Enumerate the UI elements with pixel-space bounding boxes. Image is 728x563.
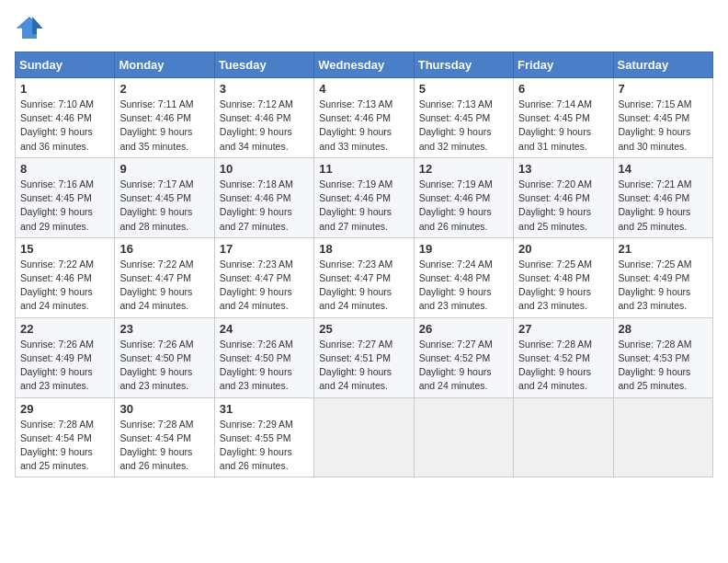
day-info: Sunrise: 7:19 AM Sunset: 4:46 PM Dayligh… [319,178,408,234]
day-number: 22 [20,322,109,336]
sunset-label: Sunset: 4:54 PM [20,432,92,443]
day-info: Sunrise: 7:28 AM Sunset: 4:53 PM Dayligh… [619,338,708,394]
calendar-cell: 25 Sunrise: 7:27 AM Sunset: 4:51 PM Dayl… [314,317,414,397]
day-info: Sunrise: 7:24 AM Sunset: 4:48 PM Dayligh… [419,258,508,314]
day-number: 15 [20,242,109,256]
daylight-label: Daylight: 9 hours and 27 minutes. [319,206,392,231]
sunset-label: Sunset: 4:54 PM [119,432,191,443]
day-info: Sunrise: 7:11 AM Sunset: 4:46 PM Dayligh… [119,98,209,154]
sunset-label: Sunset: 4:46 PM [220,192,291,203]
daylight-label: Daylight: 9 hours and 24 minutes. [419,366,492,391]
day-number: 2 [119,82,209,96]
day-number: 30 [119,402,209,416]
sunset-label: Sunset: 4:45 PM [419,112,491,123]
calendar-cell: 26 Sunrise: 7:27 AM Sunset: 4:52 PM Dayl… [414,317,513,397]
sunset-label: Sunset: 4:45 PM [518,112,590,123]
day-info: Sunrise: 7:22 AM Sunset: 4:46 PM Dayligh… [20,258,109,314]
sunset-label: Sunset: 4:52 PM [518,352,590,363]
day-number: 20 [518,242,608,256]
day-info: Sunrise: 7:13 AM Sunset: 4:46 PM Dayligh… [319,98,408,154]
sunrise-label: Sunrise: 7:14 AM [518,98,592,109]
sunset-label: Sunset: 4:45 PM [20,192,92,203]
day-info: Sunrise: 7:20 AM Sunset: 4:46 PM Dayligh… [518,178,608,234]
sunset-label: Sunset: 4:47 PM [319,272,391,283]
day-info: Sunrise: 7:16 AM Sunset: 4:45 PM Dayligh… [20,178,109,234]
daylight-label: Daylight: 9 hours and 26 minutes. [419,206,492,231]
sunrise-label: Sunrise: 7:11 AM [119,98,193,109]
calendar-cell [613,397,712,477]
sunset-label: Sunset: 4:49 PM [20,352,92,363]
sunrise-label: Sunrise: 7:28 AM [20,419,94,430]
col-header-tuesday: Tuesday [214,52,313,78]
day-info: Sunrise: 7:21 AM Sunset: 4:46 PM Dayligh… [619,178,708,234]
calendar-cell: 12 Sunrise: 7:19 AM Sunset: 4:46 PM Dayl… [414,157,513,237]
day-info: Sunrise: 7:27 AM Sunset: 4:51 PM Dayligh… [319,338,408,394]
day-number: 4 [319,82,408,96]
sunset-label: Sunset: 4:47 PM [119,272,191,283]
day-number: 31 [220,402,309,416]
day-number: 3 [220,82,309,96]
calendar-cell: 20 Sunrise: 7:25 AM Sunset: 4:48 PM Dayl… [514,237,613,317]
calendar-cell: 11 Sunrise: 7:19 AM Sunset: 4:46 PM Dayl… [314,157,414,237]
day-number: 27 [518,322,608,336]
daylight-label: Daylight: 9 hours and 23 minutes. [419,286,492,311]
day-info: Sunrise: 7:13 AM Sunset: 4:45 PM Dayligh… [419,98,508,154]
calendar-cell: 29 Sunrise: 7:28 AM Sunset: 4:54 PM Dayl… [16,397,115,477]
sunset-label: Sunset: 4:50 PM [220,352,291,363]
day-number: 25 [319,322,408,336]
day-info: Sunrise: 7:10 AM Sunset: 4:46 PM Dayligh… [20,98,109,154]
day-number: 5 [419,82,508,96]
calendar-cell: 6 Sunrise: 7:14 AM Sunset: 4:45 PM Dayli… [514,78,613,158]
sunset-label: Sunset: 4:46 PM [20,112,92,123]
sunset-label: Sunset: 4:49 PM [619,272,690,283]
calendar-cell: 15 Sunrise: 7:22 AM Sunset: 4:46 PM Dayl… [16,237,115,317]
calendar-cell [514,397,613,477]
sunset-label: Sunset: 4:45 PM [619,112,690,123]
logo-icon [15,15,44,40]
sunrise-label: Sunrise: 7:26 AM [20,339,94,350]
sunset-label: Sunset: 4:46 PM [119,112,191,123]
sunrise-label: Sunrise: 7:17 AM [119,178,193,190]
daylight-label: Daylight: 9 hours and 23 minutes. [220,366,292,391]
day-number: 23 [119,322,209,336]
day-info: Sunrise: 7:25 AM Sunset: 4:49 PM Dayligh… [619,258,708,314]
daylight-label: Daylight: 9 hours and 23 minutes. [20,366,93,391]
sunrise-label: Sunrise: 7:25 AM [518,259,592,270]
daylight-label: Daylight: 9 hours and 34 minutes. [220,126,292,151]
day-info: Sunrise: 7:27 AM Sunset: 4:52 PM Dayligh… [419,338,508,394]
sunrise-label: Sunrise: 7:19 AM [319,178,392,190]
col-header-thursday: Thursday [414,52,513,78]
sunrise-label: Sunrise: 7:13 AM [419,98,493,109]
calendar-cell: 13 Sunrise: 7:20 AM Sunset: 4:46 PM Dayl… [514,157,613,237]
daylight-label: Daylight: 9 hours and 23 minutes. [619,286,691,311]
sunrise-label: Sunrise: 7:24 AM [419,259,493,270]
calendar-cell: 30 Sunrise: 7:28 AM Sunset: 4:54 PM Dayl… [115,397,214,477]
day-info: Sunrise: 7:28 AM Sunset: 4:52 PM Dayligh… [518,338,608,394]
calendar-cell: 2 Sunrise: 7:11 AM Sunset: 4:46 PM Dayli… [115,78,214,158]
day-info: Sunrise: 7:14 AM Sunset: 4:45 PM Dayligh… [518,98,608,154]
day-number: 17 [220,242,309,256]
day-number: 14 [619,162,708,176]
sunrise-label: Sunrise: 7:26 AM [220,339,293,350]
calendar-cell: 4 Sunrise: 7:13 AM Sunset: 4:46 PM Dayli… [314,78,414,158]
logo [15,15,48,40]
daylight-label: Daylight: 9 hours and 25 minutes. [619,366,691,391]
sunrise-label: Sunrise: 7:28 AM [518,339,592,350]
sunset-label: Sunset: 4:46 PM [20,272,92,283]
day-info: Sunrise: 7:12 AM Sunset: 4:46 PM Dayligh… [220,98,309,154]
daylight-label: Daylight: 9 hours and 28 minutes. [119,206,192,231]
calendar-cell [314,397,414,477]
sunrise-label: Sunrise: 7:29 AM [220,419,293,430]
day-info: Sunrise: 7:26 AM Sunset: 4:50 PM Dayligh… [119,338,209,394]
sunset-label: Sunset: 4:53 PM [619,352,690,363]
calendar-cell: 9 Sunrise: 7:17 AM Sunset: 4:45 PM Dayli… [115,157,214,237]
daylight-label: Daylight: 9 hours and 23 minutes. [518,286,591,311]
sunrise-label: Sunrise: 7:23 AM [220,259,293,270]
calendar-cell: 3 Sunrise: 7:12 AM Sunset: 4:46 PM Dayli… [214,78,313,158]
calendar-cell: 1 Sunrise: 7:10 AM Sunset: 4:46 PM Dayli… [16,78,115,158]
sunset-label: Sunset: 4:46 PM [518,192,590,203]
sunrise-label: Sunrise: 7:20 AM [518,178,592,190]
day-number: 29 [20,402,109,416]
day-info: Sunrise: 7:18 AM Sunset: 4:46 PM Dayligh… [220,178,309,234]
daylight-label: Daylight: 9 hours and 27 minutes. [220,206,292,231]
